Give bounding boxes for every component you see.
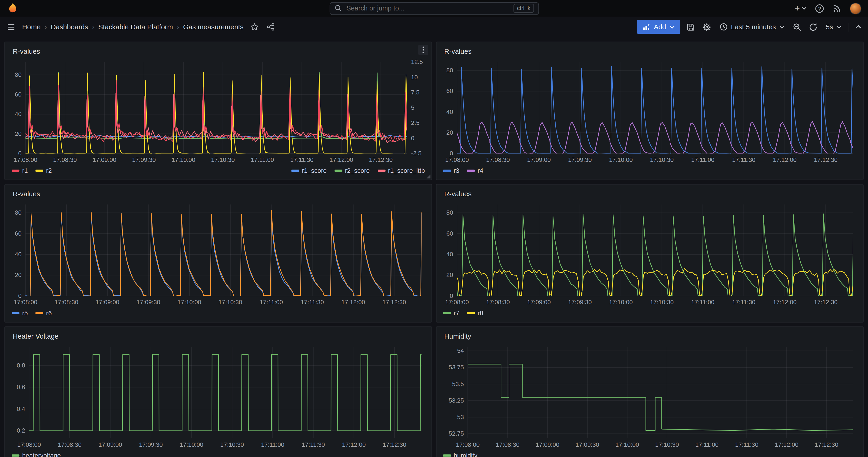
legend-label: r1_score: [302, 167, 327, 174]
svg-text:40: 40: [446, 251, 453, 258]
legend-swatch: [443, 454, 451, 457]
panel-header[interactable]: R-values: [441, 45, 859, 57]
svg-text:54: 54: [457, 347, 464, 354]
dashboard-settings-button[interactable]: [701, 21, 712, 33]
refresh-button[interactable]: [808, 21, 819, 33]
menu-toggle-button[interactable]: [6, 21, 17, 33]
legend-item-heatervoltage[interactable]: heatervoltage: [11, 452, 61, 457]
svg-text:17:08:00: 17:08:00: [445, 156, 469, 163]
svg-text:80: 80: [446, 67, 453, 74]
svg-text:17:10:30: 17:10:30: [650, 156, 674, 163]
toolbar-actions: Add: [637, 20, 862, 34]
legend-item-r4[interactable]: r4: [467, 167, 483, 174]
svg-text:0.2: 0.2: [17, 427, 25, 434]
svg-text:17:08:00: 17:08:00: [456, 441, 479, 448]
breadcrumb-dashboards[interactable]: Dashboards: [51, 23, 88, 31]
panel-resize-handle[interactable]: [427, 175, 431, 179]
svg-text:0: 0: [450, 150, 453, 157]
search-field[interactable]: [345, 4, 510, 13]
hamburger-icon: [7, 23, 16, 31]
svg-text:20: 20: [446, 129, 453, 136]
legend-item-r7[interactable]: r7: [443, 310, 459, 316]
chevron-down-icon: [836, 25, 841, 28]
legend-item-r8[interactable]: r8: [467, 310, 483, 316]
svg-text:17:10:30: 17:10:30: [655, 441, 679, 448]
header-actions: + ?: [795, 3, 862, 14]
svg-text:17:09:00: 17:09:00: [98, 441, 122, 448]
svg-text:5: 5: [411, 104, 414, 111]
share-button[interactable]: [265, 22, 276, 32]
toolbar-divider: [849, 23, 849, 31]
kebab-icon: [422, 46, 425, 54]
time-series-chart[interactable]: 02040608017:08:0017:08:3017:09:0017:09:3…: [9, 200, 427, 307]
panel-header[interactable]: R-values: [441, 188, 859, 200]
legend-item-r5[interactable]: r5: [11, 310, 28, 316]
legend-item-r2_score[interactable]: r2_score: [335, 167, 370, 174]
svg-text:17:09:00: 17:09:00: [96, 299, 119, 306]
time-series-chart[interactable]: 0.20.40.60.817:08:0017:08:3017:09:0017:0…: [9, 342, 427, 450]
panel-r-values-2: R-values 02040608017:08:0017:08:3017:09:…: [436, 42, 864, 180]
search-input[interactable]: ctrl+k: [330, 2, 539, 14]
svg-text:80: 80: [15, 71, 22, 78]
breadcrumb: Home › Dashboards › Stackable Data Platf…: [22, 23, 243, 31]
collapse-toolbar-button[interactable]: [854, 24, 862, 30]
rss-icon: [832, 4, 841, 13]
svg-text:17:12:30: 17:12:30: [383, 441, 406, 448]
panel-header[interactable]: R-values: [9, 188, 427, 200]
svg-text:17:11:30: 17:11:30: [735, 441, 758, 448]
svg-text:17:12:30: 17:12:30: [369, 156, 393, 163]
breadcrumb-current: Gas measurements: [183, 23, 244, 31]
zoom-out-button[interactable]: [792, 21, 803, 33]
time-series-chart[interactable]: 52.755353.2553.553.755417:08:0017:08:301…: [441, 342, 859, 450]
svg-text:0: 0: [18, 292, 22, 299]
breadcrumb-folder[interactable]: Stackable Data Platform: [98, 23, 173, 31]
legend: r7r8: [441, 308, 859, 319]
legend-swatch: [11, 454, 19, 457]
legend-swatch: [291, 170, 299, 172]
svg-text:17:09:30: 17:09:30: [568, 299, 592, 306]
favorite-star-button[interactable]: [249, 22, 259, 32]
legend-label: r1: [22, 167, 28, 174]
panel-menu-button[interactable]: [418, 45, 428, 55]
svg-text:2.5: 2.5: [411, 119, 420, 126]
legend-item-humidity[interactable]: humidity: [443, 452, 477, 457]
panel-title: Humidity: [444, 333, 471, 340]
svg-text:17:11:00: 17:11:00: [695, 441, 718, 448]
time-series-chart[interactable]: 020406080-2.502.557.51012.517:08:0017:08…: [9, 58, 427, 165]
panel-r-values-4: R-values 02040608017:08:0017:08:3017:09:…: [436, 184, 864, 323]
legend-group: heatervoltage: [11, 452, 61, 457]
svg-text:17:12:00: 17:12:00: [775, 441, 799, 448]
share-icon: [266, 23, 275, 31]
time-series-chart[interactable]: 02040608017:08:0017:08:3017:09:0017:09:3…: [441, 200, 859, 307]
svg-text:17:09:30: 17:09:30: [568, 156, 592, 163]
panel-header[interactable]: Humidity: [441, 330, 859, 342]
time-series-chart[interactable]: 02040608017:08:0017:08:3017:09:0017:09:3…: [441, 58, 859, 165]
user-avatar[interactable]: [849, 3, 861, 14]
time-range-picker[interactable]: Last 5 minutes: [717, 22, 787, 32]
news-button[interactable]: [832, 4, 841, 13]
help-button[interactable]: ?: [815, 3, 824, 13]
panel-heater-voltage: Heater Voltage 0.20.40.60.817:08:0017:08…: [4, 327, 432, 457]
legend-group: r5r6: [11, 310, 52, 316]
panel-header[interactable]: Heater Voltage: [9, 330, 427, 342]
dashboard-toolbar: Home › Dashboards › Stackable Data Platf…: [0, 17, 868, 37]
legend-item-r1_score[interactable]: r1_score: [291, 167, 327, 174]
svg-text:17:11:30: 17:11:30: [732, 299, 755, 306]
svg-text:17:10:00: 17:10:00: [609, 156, 633, 163]
legend-group: r7r8: [443, 310, 483, 316]
breadcrumb-home[interactable]: Home: [22, 23, 40, 31]
panel-title: R-values: [444, 190, 472, 198]
refresh-interval-dropdown[interactable]: 5s: [824, 22, 844, 32]
panel-header[interactable]: R-values: [9, 45, 427, 57]
legend-item-r1[interactable]: r1: [11, 167, 28, 174]
add-button[interactable]: Add: [637, 20, 680, 34]
legend-item-r6[interactable]: r6: [36, 310, 52, 316]
save-dashboard-button[interactable]: [685, 21, 696, 33]
legend-item-r3[interactable]: r3: [443, 167, 459, 174]
grafana-logo[interactable]: [7, 2, 19, 14]
legend-item-r2[interactable]: r2: [36, 167, 52, 174]
svg-text:52.75: 52.75: [448, 430, 464, 437]
svg-text:17:08:30: 17:08:30: [58, 441, 82, 448]
add-menu-button[interactable]: +: [795, 4, 807, 13]
legend-item-r1_score_lttb[interactable]: r1_score_lttb: [377, 167, 425, 174]
